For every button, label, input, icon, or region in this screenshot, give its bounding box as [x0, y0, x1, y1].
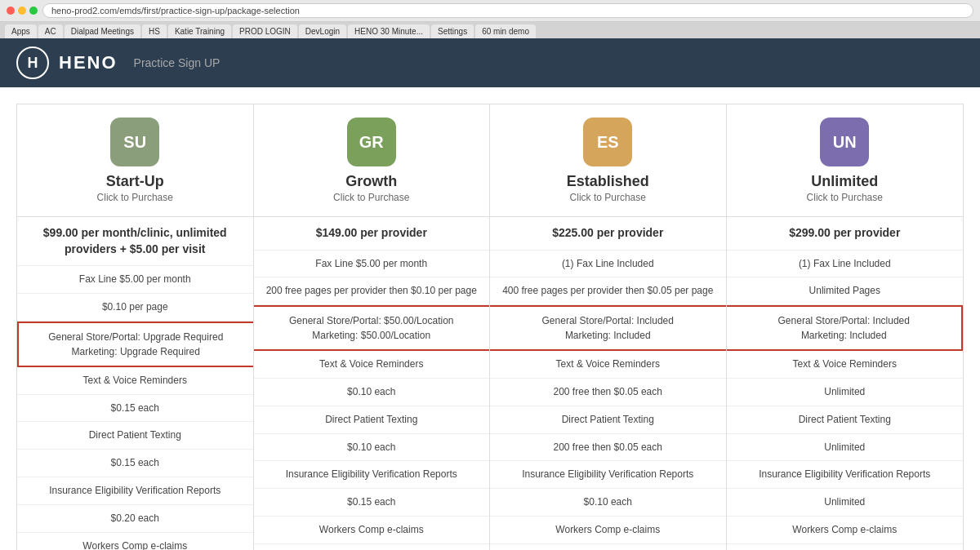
startup-texting-label: Direct Patient Texting — [17, 422, 253, 450]
tab-60min[interactable]: 60 min demo — [475, 24, 536, 38]
established-insurance-label: Insurance Eligibility Verification Repor… — [490, 461, 726, 489]
established-fax-page: 400 free pages per provider then $0.05 p… — [490, 277, 726, 305]
growth-icon: GR — [347, 118, 396, 166]
startup-fax-line: Fax Line $5.00 per month — [17, 266, 253, 294]
startup-header: SU Start-Up Click to Purchase — [17, 104, 253, 217]
app-subtitle: Practice Sign UP — [134, 56, 220, 69]
established-name: Established — [500, 173, 716, 190]
startup-cta-sub[interactable]: Click to Purchase — [27, 192, 243, 203]
plan-unlimited: UN Unlimited Click to Purchase $299.00 p… — [727, 104, 964, 550]
growth-texting-label: Direct Patient Texting — [254, 406, 490, 434]
plan-startup: SU Start-Up Click to Purchase $99.00 per… — [17, 104, 254, 550]
unlimited-insurance-price: Unlimited — [727, 489, 964, 517]
established-workers-price: $0.35 each — [490, 544, 726, 550]
growth-insurance-label: Insurance Eligibility Verification Repor… — [254, 461, 490, 489]
plan-established: ES Established Click to Purchase $225.00… — [490, 104, 727, 550]
established-reminders-price: 200 free then $0.05 each — [490, 379, 726, 406]
established-header: ES Established Click to Purchase — [490, 104, 726, 217]
close-dot[interactable] — [7, 7, 15, 15]
established-portal-highlight: General Store/Portal: Included Marketing… — [490, 305, 726, 351]
growth-reminders-label: Text & Voice Reminders — [254, 351, 490, 379]
unlimited-fax-page: Unlimited Pages — [727, 277, 964, 305]
tab-dialpad[interactable]: Dialpad Meetings — [65, 24, 140, 38]
tab-prod[interactable]: PROD LOGIN — [233, 24, 297, 38]
growth-workers-price: $0.45 each — [254, 544, 490, 550]
established-insurance-price: $0.10 each — [490, 489, 726, 517]
unlimited-icon: UN — [820, 118, 869, 166]
growth-workers-label: Workers Comp e-claims — [254, 517, 490, 544]
startup-workers-label: Workers Comp e-claims — [17, 533, 253, 550]
unlimited-workers-price: Unlimited — [727, 544, 964, 550]
tab-heno30[interactable]: HENO 30 Minute... — [348, 24, 430, 38]
established-reminders-label: Text & Voice Reminders — [490, 351, 726, 379]
unlimited-fax-line: (1) Fax Line Included — [727, 251, 964, 278]
app-logo-circle: H — [16, 47, 49, 79]
startup-reminders-price: $0.15 each — [17, 395, 253, 423]
established-texting-label: Direct Patient Texting — [490, 406, 726, 434]
established-workers-label: Workers Comp e-claims — [490, 517, 726, 544]
tab-dev[interactable]: DevLogin — [299, 24, 346, 38]
unlimited-texting-label: Direct Patient Texting — [727, 406, 964, 434]
unlimited-cta-sub[interactable]: Click to Purchase — [737, 192, 954, 203]
growth-name: Growth — [264, 173, 480, 190]
startup-fax-page: $0.10 per page — [17, 294, 253, 322]
tab-ac[interactable]: AC — [38, 24, 63, 38]
startup-icon: SU — [110, 118, 159, 166]
established-texting-price: 200 free then $0.05 each — [490, 434, 726, 462]
unlimited-price-main: $299.00 per provider — [727, 217, 964, 251]
established-fax-line: (1) Fax Line Included — [490, 251, 726, 278]
unlimited-portal-highlight: General Store/Portal: Included Marketing… — [727, 305, 964, 351]
tab-apps[interactable]: Apps — [5, 24, 37, 38]
growth-header: GR Growth Click to Purchase — [254, 104, 490, 217]
unlimited-texting-price: Unlimited — [727, 434, 964, 462]
address-bar[interactable]: heno-prod2.com/emds/first/practice-sign-… — [42, 3, 973, 18]
startup-reminders-label: Text & Voice Reminders — [17, 367, 253, 395]
startup-insurance-label: Insurance Eligibility Verification Repor… — [17, 477, 253, 505]
growth-reminders-price: $0.10 each — [254, 379, 490, 406]
startup-price-main: $99.00 per month/clinic, unlimited provi… — [17, 217, 253, 266]
startup-name: Start-Up — [27, 173, 243, 190]
plan-growth: GR Growth Click to Purchase $149.00 per … — [254, 104, 491, 550]
minimize-dot[interactable] — [18, 7, 26, 15]
growth-portal-highlight: General Store/Portal: $50.00/Location Ma… — [254, 305, 490, 351]
growth-price-main: $149.00 per provider — [254, 217, 490, 251]
growth-insurance-price: $0.15 each — [254, 489, 490, 517]
unlimited-header: UN Unlimited Click to Purchase — [727, 104, 964, 217]
growth-texting-price: $0.10 each — [254, 434, 490, 462]
growth-fax-line: Fax Line $5.00 per month — [254, 251, 490, 278]
established-price-main: $225.00 per provider — [490, 217, 726, 251]
tab-settings[interactable]: Settings — [431, 24, 474, 38]
maximize-dot[interactable] — [29, 7, 38, 15]
unlimited-reminders-label: Text & Voice Reminders — [727, 351, 964, 379]
browser-chrome: heno-prod2.com/emds/first/practice-sign-… — [0, 0, 980, 22]
app-header: H HENO Practice Sign UP — [0, 38, 980, 87]
startup-insurance-price: $0.20 each — [17, 505, 253, 533]
unlimited-insurance-label: Insurance Eligibility Verification Repor… — [727, 461, 964, 489]
app-logo-text: HENO — [59, 52, 118, 73]
pricing-grid: SU Start-Up Click to Purchase $99.00 per… — [16, 104, 964, 550]
growth-fax-page: 200 free pages per provider then $0.10 p… — [254, 277, 490, 305]
unlimited-name: Unlimited — [737, 173, 954, 190]
main-content: SU Start-Up Click to Purchase $99.00 per… — [0, 87, 980, 550]
growth-cta-sub[interactable]: Click to Purchase — [264, 192, 480, 203]
tab-katie[interactable]: Katie Training — [168, 24, 231, 38]
unlimited-reminders-price: Unlimited — [727, 379, 964, 406]
tab-hs[interactable]: HS — [142, 24, 167, 38]
tabs-bar: Apps AC Dialpad Meetings HS Katie Traini… — [0, 22, 980, 38]
startup-texting-price: $0.15 each — [17, 450, 253, 477]
startup-portal-highlight: General Store/Portal: Upgrade Required M… — [17, 322, 253, 367]
window-controls — [7, 7, 38, 15]
established-icon: ES — [583, 118, 632, 166]
unlimited-workers-label: Workers Comp e-claims — [727, 517, 964, 544]
established-cta-sub[interactable]: Click to Purchase — [500, 192, 716, 203]
